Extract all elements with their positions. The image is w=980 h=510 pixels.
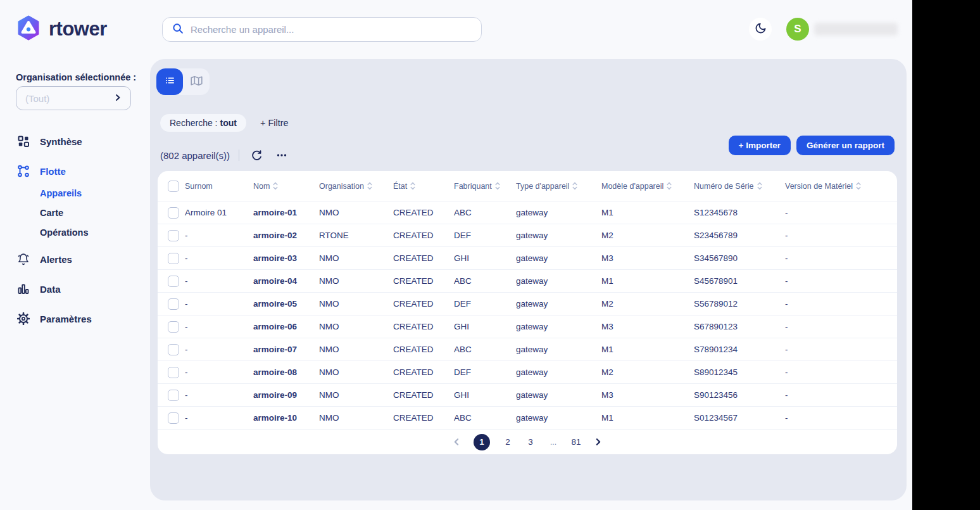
cell-organisation: NMO	[319, 208, 393, 217]
table-row[interactable]: -armoire-08NMOCREATEDDEFgatewayM2S890123…	[158, 360, 897, 383]
cell-surnom: -	[185, 413, 253, 423]
cell-nom: armoire-01	[253, 208, 319, 217]
refresh-button[interactable]	[248, 147, 265, 163]
page-3[interactable]: 3	[525, 437, 536, 447]
cell-nom: armoire-06	[253, 322, 319, 331]
sidebar-item-data[interactable]: Data	[17, 281, 144, 297]
table-row[interactable]: -armoire-09NMOCREATEDGHIgatewayM3S901234…	[158, 383, 897, 406]
column-header-version-de-materiel[interactable]: Version de Matériel	[785, 182, 897, 191]
row-checkbox[interactable]	[168, 253, 179, 264]
table-row[interactable]: -armoire-03NMOCREATEDGHIgatewayM3S345678…	[158, 246, 897, 269]
pagination-prev[interactable]	[453, 438, 461, 446]
map-icon	[191, 75, 203, 89]
gear-icon	[17, 312, 30, 325]
sidebar-subitem-appareils[interactable]: Appareils	[40, 185, 144, 201]
organisation-select[interactable]: (Tout)	[16, 86, 131, 110]
cell-numero-de-serie: S78901234	[694, 345, 785, 354]
map-view-button[interactable]	[183, 68, 210, 95]
divider	[239, 150, 239, 161]
table-row[interactable]: -armoire-04NMOCREATEDABCgatewayM1S456789…	[158, 269, 897, 292]
page-1[interactable]: 1	[474, 434, 490, 450]
cell-version-de-materiel: -	[785, 345, 897, 354]
sidebar-subitem-operations[interactable]: Opérations	[40, 224, 144, 241]
column-header-numero-de-serie[interactable]: Numéro de Série	[694, 182, 785, 191]
column-header-etat[interactable]: État	[393, 182, 454, 191]
row-checkbox[interactable]	[168, 276, 179, 287]
row-checkbox[interactable]	[168, 344, 179, 355]
cell-type-d-appareil: gateway	[516, 276, 601, 286]
cell-surnom: Armoire 01	[185, 208, 253, 217]
cell-surnom: -	[185, 367, 253, 377]
table-row[interactable]: -armoire-06NMOCREATEDGHIgatewayM3S678901…	[158, 315, 897, 338]
column-header-organisation[interactable]: Organisation	[319, 182, 393, 191]
add-filter-button[interactable]: + Filtre	[260, 118, 289, 128]
sidebar-item-parametres[interactable]: Paramètres	[17, 310, 144, 327]
cell-version-de-materiel: -	[785, 208, 897, 217]
sort-icon	[367, 182, 372, 190]
sort-icon	[757, 182, 762, 190]
page-2[interactable]: 2	[503, 437, 513, 447]
row-checkbox[interactable]	[168, 367, 179, 378]
refresh-icon	[251, 150, 263, 162]
brand-name: rtower	[49, 18, 107, 41]
column-header-fabriquant[interactable]: Fabriquant	[454, 182, 516, 191]
spacer	[17, 267, 144, 281]
column-header-nom[interactable]: Nom	[253, 182, 319, 191]
page-81[interactable]: 81	[571, 437, 581, 447]
list-view-button[interactable]	[156, 68, 183, 95]
search-filter-chip[interactable]: Recherche : tout	[160, 114, 246, 132]
sidebar-item-alertes[interactable]: Alertes	[17, 251, 144, 267]
table-header: SurnomNom Organisation État Fabriquant T…	[158, 171, 897, 201]
app-logo[interactable]: rtower	[16, 15, 107, 43]
table-row[interactable]: Armoire 01armoire-01NMOCREATEDABCgateway…	[158, 201, 897, 224]
column-header-modele-d-appareil[interactable]: Modèle d'appareil	[601, 182, 694, 191]
select-all-checkbox[interactable]	[168, 181, 179, 192]
table-row[interactable]: -armoire-05NMOCREATEDDEFgatewayM2S567890…	[158, 292, 897, 315]
column-label: Nom	[253, 182, 270, 191]
sidebar-item-label: Synthèse	[40, 136, 82, 147]
cell-modele-d-appareil: M2	[601, 231, 694, 240]
pagination: 123...81	[158, 429, 897, 454]
main-panel: Recherche : tout + Filtre (802 appareil(…	[150, 59, 907, 500]
sidebar-subitem-carte[interactable]: Carte	[40, 205, 144, 221]
moon-icon	[755, 22, 767, 37]
grid-icon	[17, 135, 30, 148]
cell-fabriquant: ABC	[454, 413, 516, 423]
table-row[interactable]: -armoire-10NMOCREATEDABCgatewayM1S012345…	[158, 406, 897, 429]
cell-organisation: NMO	[319, 367, 393, 377]
cell-nom: armoire-05	[253, 299, 319, 309]
generate-report-button[interactable]: Générer un rapport	[796, 136, 895, 155]
sidebar-item-synthese[interactable]: Synthèse	[17, 133, 144, 150]
column-header-type-d-appareil[interactable]: Type d'appareil	[516, 182, 601, 191]
cell-surnom: -	[185, 299, 253, 309]
row-checkbox[interactable]	[168, 230, 179, 241]
row-checkbox[interactable]	[168, 412, 179, 424]
cell-type-d-appareil: gateway	[516, 390, 601, 400]
cell-etat: CREATED	[393, 413, 454, 423]
theme-toggle-button[interactable]	[749, 18, 772, 41]
row-checkbox-cell	[158, 412, 185, 424]
table-row[interactable]: -armoire-07NMOCREATEDABCgatewayM1S789012…	[158, 338, 897, 360]
cell-fabriquant: DEF	[454, 231, 516, 240]
network-icon	[17, 165, 30, 177]
table-body: Armoire 01armoire-01NMOCREATEDABCgateway…	[158, 201, 897, 429]
row-checkbox[interactable]	[168, 298, 179, 310]
bar-chart-icon	[17, 283, 30, 295]
search-filter-value: tout	[220, 118, 236, 128]
cell-type-d-appareil: gateway	[516, 231, 601, 240]
sidebar-item-label: Paramètres	[40, 314, 92, 324]
row-checkbox[interactable]	[168, 321, 179, 333]
cell-version-de-materiel: -	[785, 231, 897, 240]
cell-type-d-appareil: gateway	[516, 253, 601, 263]
user-avatar[interactable]: S	[786, 18, 809, 41]
more-options-button[interactable]	[273, 147, 290, 163]
import-button[interactable]: + Importer	[729, 136, 791, 155]
pagination-next[interactable]	[594, 438, 602, 446]
row-checkbox[interactable]	[168, 390, 179, 401]
search-input[interactable]	[191, 24, 472, 35]
cell-modele-d-appareil: M1	[601, 208, 694, 217]
cell-fabriquant: GHI	[454, 390, 516, 400]
sidebar-item-flotte[interactable]: Flotte	[17, 163, 144, 179]
row-checkbox[interactable]	[168, 207, 179, 219]
table-row[interactable]: -armoire-02RTONECREATEDDEFgatewayM2S2345…	[158, 224, 897, 246]
